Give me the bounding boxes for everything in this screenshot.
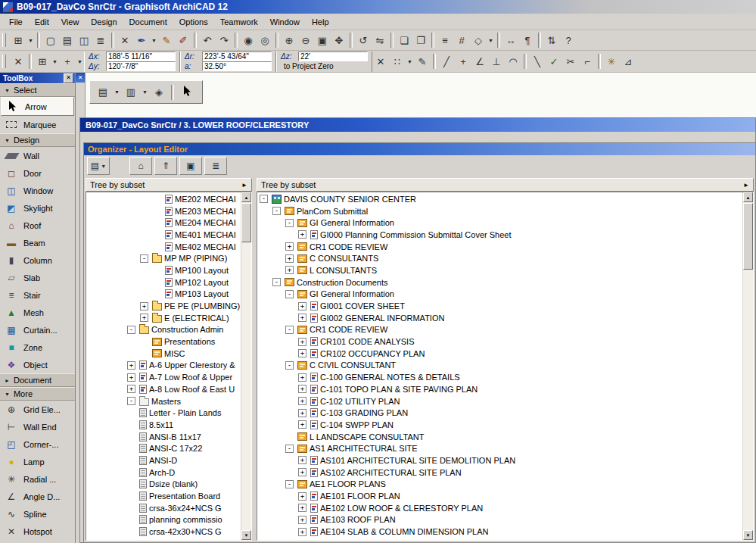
menu-options[interactable]: Options <box>173 15 214 29</box>
expand-icon[interactable]: + <box>298 516 306 524</box>
delete-button[interactable]: ✕ <box>117 32 133 48</box>
collapse-icon[interactable]: - <box>140 254 148 263</box>
pen-color-button[interactable]: ✒ <box>133 32 150 48</box>
tree-item[interactable]: -CR1 CODE REVIEW <box>258 324 742 336</box>
tree-item[interactable]: MP103 Layout <box>87 289 241 301</box>
dropdown-button[interactable]: ▼ <box>51 53 59 70</box>
tree-item[interactable]: +GI000 Planning Commission Submittal Cov… <box>258 229 742 241</box>
undo-button[interactable]: ↶ <box>199 32 216 48</box>
tree-item[interactable]: -Construction Documents <box>258 276 742 289</box>
tool-mesh[interactable]: ▲Mesh <box>0 304 75 321</box>
tool-grid-ele[interactable]: ⊕Grid Ele... <box>0 401 75 418</box>
expand-icon[interactable]: + <box>298 420 306 429</box>
new-folder-button[interactable]: ▣ <box>179 157 202 175</box>
tree-item[interactable]: ME402 MECHAI <box>87 241 241 253</box>
expand-icon[interactable]: + <box>285 266 294 274</box>
tool-roof[interactable]: ⌂Roof <box>0 217 75 234</box>
collapse-icon[interactable]: - <box>285 445 294 453</box>
tree-item[interactable]: crsa-42x30+NCS G <box>87 526 241 538</box>
grid-button[interactable]: # <box>453 32 470 48</box>
scroll-down-icon[interactable]: ▼ <box>241 530 251 540</box>
new-document-button[interactable]: ▢ <box>42 32 59 48</box>
collapse-icon[interactable]: - <box>285 361 294 370</box>
expand-icon[interactable]: + <box>298 528 306 536</box>
tool-wall-end[interactable]: ⊢Wall End <box>0 418 75 435</box>
tool-arrow[interactable]: Arrow <box>1 97 74 116</box>
folder-up-button[interactable]: ⇑ <box>154 157 177 175</box>
close-icon[interactable]: ✕ <box>78 75 83 81</box>
tool-lamp[interactable]: ●Lamp <box>0 453 75 470</box>
close-button[interactable]: ✕ <box>10 53 26 70</box>
snap-point-button[interactable]: + <box>455 53 471 70</box>
plus-button[interactable]: + <box>59 53 76 70</box>
menu-document[interactable]: Document <box>123 15 173 29</box>
tool-object[interactable]: ❖Object <box>0 356 75 373</box>
toolbox-section-more[interactable]: ▼More <box>0 387 75 401</box>
coordinate-input[interactable]: 120'-7/8" <box>106 61 176 71</box>
arrow-cursor-button[interactable] <box>178 84 198 101</box>
scroll-up-icon[interactable]: ▲ <box>241 192 251 202</box>
scroll-up-icon[interactable]: ▲ <box>743 192 753 202</box>
dropdown-button[interactable]: ▼ <box>76 53 84 70</box>
expand-icon[interactable]: + <box>298 349 306 357</box>
tree-item[interactable]: +A-7 Low Roof & Upper <box>87 371 241 383</box>
tree-item[interactable]: +CR101 CODE ANALYSIS <box>258 335 742 348</box>
brush-button[interactable]: ✐ <box>175 32 191 48</box>
tool-hotspot[interactable]: ✕Hotspot <box>0 523 75 540</box>
cancel-button[interactable]: ✕ <box>372 53 389 70</box>
dropdown-button[interactable]: ▼ <box>113 84 121 101</box>
expand-icon[interactable]: + <box>140 314 148 322</box>
dropdown-button[interactable]: ▼ <box>406 53 414 70</box>
expand-icon[interactable]: + <box>298 385 306 393</box>
tree-item[interactable]: -Masters <box>87 395 241 407</box>
tangent-button[interactable]: ◠ <box>505 53 521 70</box>
collapse-icon[interactable]: - <box>260 195 268 203</box>
menu-window[interactable]: Window <box>264 15 306 29</box>
expand-icon[interactable]: + <box>127 361 135 370</box>
close-icon[interactable]: ✕ <box>64 73 73 83</box>
dropdown-button[interactable]: ▼ <box>26 32 35 48</box>
expand-icon[interactable]: + <box>298 230 306 239</box>
expand-icon[interactable]: + <box>298 492 306 501</box>
scrollbar-thumb[interactable] <box>743 203 753 270</box>
dropdown-button[interactable]: ▼ <box>141 84 149 101</box>
menu-teamwork[interactable]: Teamwork <box>214 15 264 29</box>
menu-edit[interactable]: Edit <box>29 15 55 29</box>
collapse-icon[interactable]: - <box>272 278 281 286</box>
magic-wand-button[interactable]: ✳ <box>603 53 620 70</box>
tree-item[interactable]: +AE103 ROOF PLAN <box>258 514 742 526</box>
right-tree-scrollbar[interactable]: ▲ ▼ <box>742 192 753 540</box>
tree-item[interactable]: +GI002 GENERAL INFORMATION <box>258 312 742 324</box>
collapse-icon[interactable]: - <box>285 326 294 334</box>
fit-in-window-button[interactable]: ▣ <box>314 32 331 48</box>
tool-curtain[interactable]: ▦Curtain... <box>0 321 75 339</box>
tree-item[interactable]: MP100 Layout <box>87 264 241 276</box>
toolbox-section-select[interactable]: ▼Select <box>0 83 75 97</box>
tree-item[interactable]: ANSI-B 11x17 <box>87 431 241 443</box>
tree-item[interactable]: +A-8 Low Roof & East U <box>87 383 241 395</box>
grid-snap-button[interactable]: ⊞ <box>34 53 51 70</box>
open-button[interactable]: ▤ <box>59 32 76 48</box>
tree-item[interactable]: +GI001 COVER SHEET <box>258 300 742 312</box>
coordinate-input[interactable]: 223'-5 43/64" <box>202 51 272 61</box>
tree-item[interactable]: Dsize (blank) <box>87 479 241 491</box>
tool-spline[interactable]: ∿Spline <box>0 505 75 523</box>
tree-item[interactable]: Arch-D <box>87 467 241 479</box>
pan-button[interactable]: ✥ <box>331 32 347 48</box>
toolbar-grip[interactable] <box>2 33 6 47</box>
collapse-icon[interactable]: - <box>127 326 135 334</box>
right-tree-mode-dropdown[interactable]: Tree by subset ► <box>257 178 754 192</box>
guide-line-button[interactable]: ╱ <box>438 53 455 70</box>
mirror-button[interactable]: ⇋ <box>372 32 388 48</box>
tree-item[interactable]: Letter - Plain Lands <box>87 407 241 419</box>
scrollbar-thumb[interactable] <box>241 203 251 242</box>
home-button[interactable]: ⌂ <box>129 157 152 175</box>
tool-beam[interactable]: ▬Beam <box>0 234 75 251</box>
tree-item[interactable]: Presentations <box>87 335 241 348</box>
tree-item[interactable]: ANSI-D <box>87 454 241 467</box>
zoom-in-button[interactable]: ⊕ <box>281 32 297 48</box>
group-button[interactable]: ❏ <box>396 32 412 48</box>
tree-item[interactable]: +AS101 ARCHITECTURAL SITE DEMOLITION PLA… <box>258 454 742 467</box>
tree-item[interactable]: ME204 MECHAI <box>87 217 241 229</box>
tree-item[interactable]: -Construction Admin <box>87 324 241 336</box>
